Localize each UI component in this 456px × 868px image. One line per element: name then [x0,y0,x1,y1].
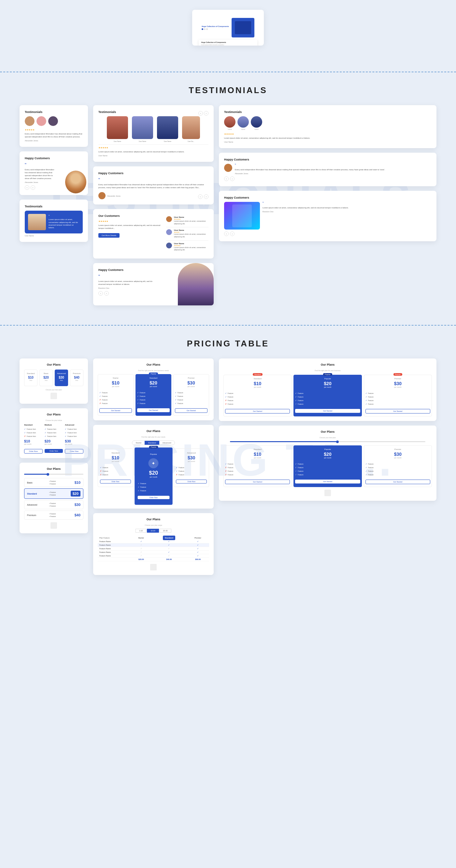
card-prev[interactable]: ‹ [199,111,203,116]
cp1-title: Our Plans [98,363,209,366]
cp2-features3: ✓Feature ✓Feature ✗Feature [176,466,207,476]
rp2-btn1[interactable]: Get Started [225,479,290,484]
cp3-c9: ✓ [187,554,209,558]
cp2-tab3[interactable]: Advanced [159,441,175,445]
cp2-btn1[interactable]: Order Now [100,479,131,484]
rh2-title: Happy Customers [224,196,431,199]
cp2-tab1[interactable]: Starter [132,441,145,445]
small-plans1-card: Our Plans Standard $10 /mo Basic $20 /mo… [20,359,88,404]
rh2-next[interactable]: › [230,231,235,236]
sp3-row4: Premium • Feature • Feature $40 [24,510,83,520]
range-btn3[interactable]: 20-30 [160,529,171,533]
chk: ✓ [175,399,177,401]
cp2-btn2[interactable]: Order Now [138,496,170,499]
range-btn1[interactable]: 1-10 [135,529,146,533]
sp2-subtitle: Choose the plan below [24,420,83,421]
cp3-x2: ✗ [131,547,151,551]
chk: ✓ [175,395,177,397]
cp3-range: 1-10 10-20 20-30 [98,529,209,533]
h-avatar-img-2 [132,116,153,139]
rh2-arrows: ‹ › [224,231,431,236]
f3: ✓Feature [365,469,430,473]
rt-user: User Name [224,141,431,143]
rh1-prev[interactable]: ‹ [224,177,229,181]
chk: ✓ [99,395,101,397]
center-happy-quote-mark: " [98,178,209,182]
chk: ✓ [295,396,297,398]
sp3-row1-label: Basic [27,482,47,484]
f2: ✓Feature [176,469,207,473]
sp2-col2: Medium ✓Feature Item ✓Feature Item ✓Feat… [44,424,63,454]
cp3-header-row: Plan Feature Starter Standard Premier [98,536,209,540]
rh2-prev[interactable]: ‹ [224,231,229,236]
cp3-c1: ✓ [131,540,151,544]
rp2-btn3[interactable]: Get Started [365,479,430,484]
prev-arrow[interactable]: ‹ [25,185,29,190]
chk: ✓ [365,473,367,476]
rp1-col2: Popular Popular $20 per month ✓Feature ✓… [294,375,362,416]
cp2-tabs: Starter Standard Advanced [98,440,209,445]
cp2-amount3: $30 [188,455,195,460]
next[interactable]: › [204,194,209,199]
man-photo [178,263,214,305]
cp2-tab2[interactable]: Standard [145,441,159,445]
oc-btn[interactable]: Get More Details [98,233,120,238]
prev[interactable]: ‹ [198,194,203,199]
cp2-period2: per month [150,476,157,478]
happy-man-quote: Lorem ipsum dolor sit amet, consectetur … [98,280,159,286]
rp2-btn2[interactable]: Get Started [295,479,360,484]
sp2-btn2[interactable]: Order Now [44,449,63,453]
cp1-btn3[interactable]: Get Started [175,408,208,413]
chk: ✓ [175,402,177,404]
card-next[interactable]: › [204,111,209,116]
rp1-btn2[interactable]: Get Started [295,409,360,413]
f1: ✓Feature [295,462,360,466]
chk: ✓ [295,463,297,465]
man-silhouette [178,263,214,305]
cp3-thead: Plan Feature Starter Standard Premier [98,536,209,540]
small-happy-card: Happy Customers " Every avid independent… [20,151,88,195]
f3: ✗Feature [225,469,290,473]
cp2-btn3[interactable]: Order Now [176,479,207,484]
sp2-period1: per month [24,443,43,445]
testimonials-layout: Testimonials ★★★★★ Every avid independen… [20,105,436,305]
feat2: ✓Feature Item [44,431,63,434]
x: ✗ [99,402,101,404]
sp2-btn1[interactable]: Order Now [24,449,43,454]
cp1-btn2[interactable]: Get Started [137,408,170,412]
av-silhouette-2 [132,116,153,139]
sp1-col-3: Advanced $30 /mo [55,370,68,386]
cp1-amount1: $10 [112,380,119,385]
cp1-period2: per month [150,385,157,388]
cp3-x3: ✗ [151,547,187,551]
man-next[interactable]: › [104,291,109,296]
h-avatar-2: User Name [132,116,153,142]
range-btn2[interactable]: 10-20 [147,529,159,533]
rh1-next[interactable]: › [230,177,235,181]
center-happy-user: Alexander Jones [107,195,121,197]
sp2-btn3[interactable]: Order Now [65,449,83,454]
rp2-label1: Standard [253,448,261,450]
cp3-price3: $69.99 [187,558,209,561]
rp1-btn1[interactable]: Get Started [225,409,290,413]
chk: ✓ [176,470,178,472]
x: ✗ [295,403,297,405]
x: ✗ [225,466,227,468]
next-arrow[interactable]: › [31,185,35,190]
h-avatar-name-1: User Name [114,141,121,142]
f1: • Feature [49,491,68,493]
f4: ✗Feature [225,402,290,406]
cp1-btn1[interactable]: Get Started [99,408,132,413]
f2: ✓Feature [225,395,290,399]
rp1-col1: Standard Standard $10 per month ✓Feature… [223,375,292,416]
rp2-col3: Premier $30 per month ✓Feature ✓Feature … [364,445,432,487]
cp1-label1: Starter [113,377,119,379]
x: ✗ [24,435,26,437]
rp1-btn3[interactable]: Get Started [365,409,430,413]
sp3-rows: Basic • Feature • Feature $10 Standard •… [24,478,83,520]
man-prev[interactable]: ‹ [98,291,103,296]
feat3: ✓Feature Item [44,434,63,438]
pricing-right-col: Our Plans Find the right plan for your b… [219,359,436,501]
right-testimonials-card: Testimonials name name name ★★★★★ [219,105,436,148]
our-customers-card: Our Customers ★★★★★ Lorem ipsum dolor si… [93,209,214,258]
